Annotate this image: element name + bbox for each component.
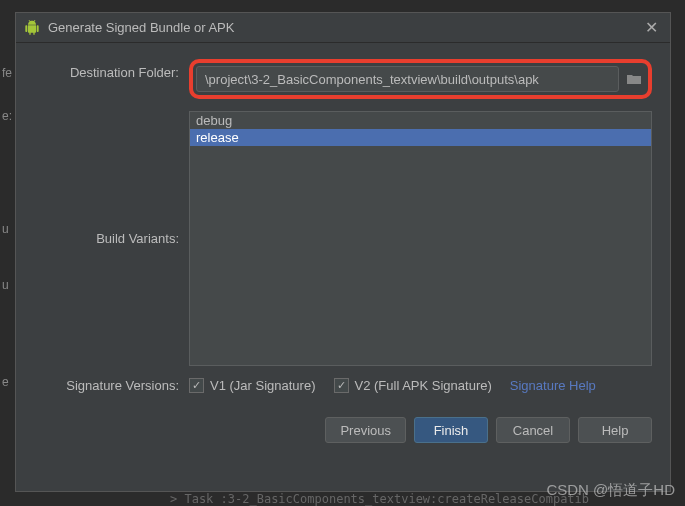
background-task-text: > Task :3-2_BasicComponents_textview:cre… <box>170 492 589 506</box>
variant-item-debug[interactable]: debug <box>190 112 651 129</box>
v2-checkbox[interactable]: ✓ V2 (Full APK Signature) <box>334 378 492 393</box>
bg-char: u <box>2 222 9 236</box>
window-title: Generate Signed Bundle or APK <box>48 20 641 35</box>
destination-highlight <box>189 59 652 99</box>
bg-char: e: <box>2 109 12 123</box>
dialog-content: Destination Folder: Build Variants: debu… <box>16 43 670 403</box>
signature-label: Signature Versions: <box>34 378 189 393</box>
variant-item-release[interactable]: release <box>190 129 651 146</box>
destination-input[interactable] <box>196 66 619 92</box>
variants-label: Build Variants: <box>34 111 189 246</box>
finish-button[interactable]: Finish <box>414 417 488 443</box>
titlebar: Generate Signed Bundle or APK ✕ <box>16 13 670 43</box>
bg-char: e <box>2 375 9 389</box>
checkbox-icon: ✓ <box>189 378 204 393</box>
v1-checkbox[interactable]: ✓ V1 (Jar Signature) <box>189 378 316 393</box>
dialog-window: Generate Signed Bundle or APK ✕ Destinat… <box>15 12 671 492</box>
cancel-button[interactable]: Cancel <box>496 417 570 443</box>
v2-label: V2 (Full APK Signature) <box>355 378 492 393</box>
previous-button[interactable]: Previous <box>325 417 406 443</box>
bg-char: u <box>2 278 9 292</box>
destination-label: Destination Folder: <box>34 59 189 80</box>
browse-folder-button[interactable] <box>623 68 645 90</box>
build-variants-list[interactable]: debug release <box>189 111 652 366</box>
bg-char: fe <box>2 66 12 80</box>
help-button[interactable]: Help <box>578 417 652 443</box>
signature-help-link[interactable]: Signature Help <box>510 378 596 393</box>
folder-icon <box>626 73 642 85</box>
close-icon[interactable]: ✕ <box>641 18 662 37</box>
android-icon <box>24 20 40 36</box>
v1-label: V1 (Jar Signature) <box>210 378 316 393</box>
checkbox-icon: ✓ <box>334 378 349 393</box>
button-row: Previous Finish Cancel Help <box>16 403 670 443</box>
